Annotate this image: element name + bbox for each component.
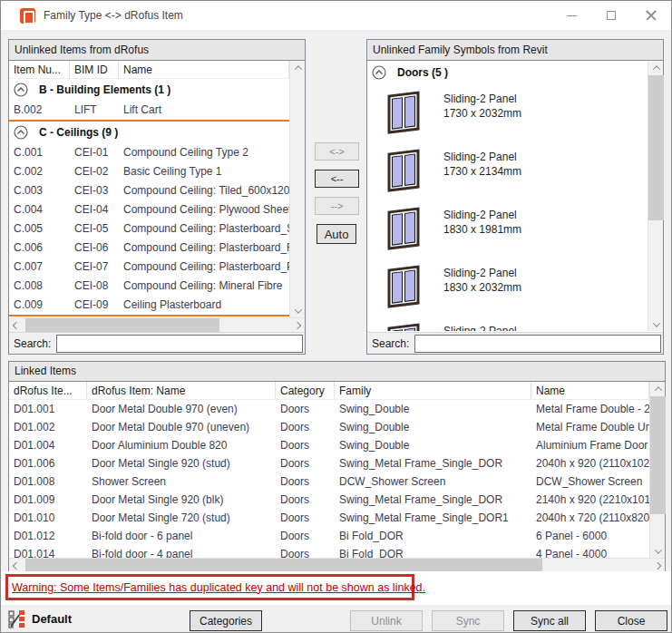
unlinked-item-row[interactable]: C.006CEI-06Compound Ceiling: Plasterboar… [9, 238, 289, 257]
link-to-left-button[interactable]: <-- [315, 170, 359, 188]
cell: DCW_Shower Screen [335, 475, 531, 488]
unlinked-items-hscrollbar[interactable] [9, 317, 305, 332]
family-symbol-item[interactable]: Sliding-2 Panel1730 x 2134mm [367, 142, 648, 200]
cell: Aluminium Frame Door [531, 439, 649, 452]
linked-item-row[interactable]: D01.006Door Metal Single 920 (stud)Doors… [9, 454, 649, 472]
linked-item-row[interactable]: D01.014Bi-fold door - 4 panelDoorsBi Fol… [9, 545, 649, 558]
linked-item-row[interactable]: D01.001Door Metal Double 970 (even)Doors… [9, 400, 649, 418]
scroll-right-icon[interactable] [290, 318, 305, 333]
family-symbol-size: 1830 x 1981mm [443, 222, 521, 237]
column-header[interactable]: Name [119, 61, 289, 78]
cell: 6 Panel - 6000 [531, 530, 649, 542]
scroll-up-icon[interactable] [648, 61, 664, 74]
cell: C.009 [9, 298, 70, 311]
cell: C.002 [9, 165, 70, 178]
linked-item-row[interactable]: D01.008Shower ScreenDoorsDCW_Shower Scre… [9, 472, 649, 491]
cell: Doors [276, 493, 335, 506]
cell: D01.002 [9, 421, 87, 433]
unlinked-item-row[interactable]: C.005CEI-05Compound Ceiling: Plasterboar… [9, 219, 289, 238]
sync-button[interactable]: Sync [432, 610, 504, 631]
group-header-row[interactable]: Doors (5 ) [367, 61, 648, 84]
unlinked-item-row[interactable]: C.003CEI-03Compound Ceiling: Tiled_600x1… [9, 180, 289, 200]
sync-all-button[interactable]: Sync all [513, 610, 586, 631]
link-both-button[interactable]: <-> [315, 142, 359, 161]
unlinked-item-row[interactable]: C.007CEI-07Compound Ceiling: Plasterboar… [9, 257, 289, 276]
unlinked-items-search-input[interactable] [56, 335, 303, 353]
unlinked-items-panel: Unlinked Items from dRofus Item Nu...BIM… [8, 39, 306, 355]
family-symbol-name: Sliding-2 Panel [443, 208, 521, 222]
cell: LIFT [70, 103, 119, 116]
linked-item-row[interactable]: D01.009Door Metal Single 920 (blk)DoorsS… [9, 491, 649, 509]
family-symbol-name: Sliding-2 Panel [443, 324, 517, 331]
unlink-button[interactable]: Unlink [350, 610, 423, 631]
vscroll-thumb[interactable] [650, 396, 666, 514]
group-header-row[interactable]: C - Ceilings (9 ) [9, 122, 289, 142]
cell: D01.004 [9, 439, 87, 452]
column-header[interactable]: Category [276, 382, 335, 399]
unlinked-families-search-input[interactable] [414, 335, 661, 353]
cell: Door Aluminium Double 820 [87, 439, 276, 452]
unlinked-items-vscrollbar[interactable] [289, 61, 305, 317]
scroll-left-icon[interactable] [9, 318, 24, 333]
minimize-button[interactable] [551, 1, 591, 30]
cell: C.008 [9, 279, 70, 292]
link-to-right-button[interactable]: --> [315, 197, 359, 215]
scroll-down-icon[interactable] [290, 304, 306, 317]
column-header[interactable]: Item Nu... [9, 61, 70, 78]
column-header[interactable]: dRofus Item: Name [87, 382, 276, 399]
maximize-button[interactable] [591, 1, 631, 30]
linked-item-row[interactable]: D01.002Door Metal Double 970 (uneven)Doo… [9, 418, 649, 436]
unlinked-item-row[interactable]: C.009CEI-09Ceiling Plasterboard [9, 295, 289, 314]
cell: Compound Ceiling: Plywood Sheet [119, 203, 289, 216]
cell: Doors [276, 548, 335, 558]
linked-items-vscrollbar[interactable] [649, 382, 665, 558]
minimize-icon [567, 15, 577, 16]
group-header-row[interactable]: B - Building Elements (1 ) [9, 79, 289, 100]
family-symbol-item[interactable]: Sliding-2 Panel1830 x 1981mm [367, 200, 648, 258]
cell: Ceiling Plasterboard [119, 298, 289, 311]
scroll-down-icon[interactable] [650, 544, 666, 558]
profile-selector[interactable]: Default [8, 609, 72, 628]
unlinked-item-row[interactable]: B.002LIFTLift Cart [9, 100, 289, 119]
cell: Swing_Metal Frame_Single_DOR [335, 457, 531, 470]
unlinked-families-vscrollbar[interactable] [648, 61, 663, 331]
linked-item-row[interactable]: D01.010Door Metal Single 720 (stud)Doors… [9, 509, 649, 527]
linked-items-hscrollbar[interactable] [9, 558, 665, 572]
cell: 4 Panel - 4000 [531, 548, 649, 558]
vscroll-thumb[interactable] [648, 75, 664, 220]
unlinked-item-row[interactable]: C.008CEI-08Compound Ceiling: Mineral Fib… [9, 276, 289, 295]
hscroll-thumb[interactable] [25, 318, 219, 333]
auto-link-button[interactable]: Auto [317, 224, 356, 244]
cell: CEI-01 [70, 146, 119, 159]
linked-items-column-header: dRofus Ite...dRofus Item: NameCategoryFa… [9, 382, 649, 400]
linked-item-row[interactable]: D01.012Bi-fold door - 6 panelDoorsBi Fol… [9, 527, 649, 545]
scroll-up-icon[interactable] [290, 61, 306, 74]
warning-text: Warning: Some Items/Families has duplica… [12, 581, 425, 594]
linked-items-table: D01.001Door Metal Double 970 (even)Doors… [9, 400, 649, 558]
column-header[interactable]: Name [531, 382, 649, 399]
sliding-door-icon [387, 262, 422, 309]
unlinked-item-row[interactable]: C.002CEI-02Basic Ceiling Type 1 [9, 161, 289, 180]
family-symbol-item[interactable]: Sliding-2 Panel1730 x 2032mm [367, 84, 648, 142]
close-button[interactable] [631, 1, 671, 30]
unlinked-item-row[interactable]: C.001CEI-01Compound Ceiling Type 2 [9, 142, 289, 161]
cell: CEI-04 [70, 203, 119, 216]
cell: CEI-05 [70, 222, 119, 235]
group-separator [9, 315, 289, 316]
family-symbol-item[interactable]: Sliding-2 Panel [367, 316, 648, 331]
linked-item-row[interactable]: D01.004Door Aluminium Double 820DoorsSwi… [9, 436, 649, 454]
column-header[interactable]: BIM ID [70, 61, 119, 78]
family-symbol-item[interactable]: Sliding-2 Panel1830 x 2032mm [367, 258, 648, 316]
categories-button[interactable]: Categories [190, 610, 262, 631]
cell: CEI-09 [70, 298, 119, 311]
cell: D01.012 [9, 530, 87, 542]
column-header[interactable]: dRofus Ite... [9, 382, 87, 399]
close-dialog-button[interactable]: Close [595, 610, 667, 631]
scroll-down-icon[interactable] [648, 317, 664, 331]
scroll-up-icon[interactable] [650, 382, 666, 395]
unlinked-item-row[interactable]: C.004CEI-04Compound Ceiling: Plywood She… [9, 200, 289, 219]
unlinked-families-panel: Unlinked Family Symbols from Revit Doors… [366, 39, 664, 355]
column-header[interactable]: Family [335, 382, 531, 399]
cell: D01.014 [9, 548, 87, 558]
sliding-door-icon [387, 320, 422, 331]
